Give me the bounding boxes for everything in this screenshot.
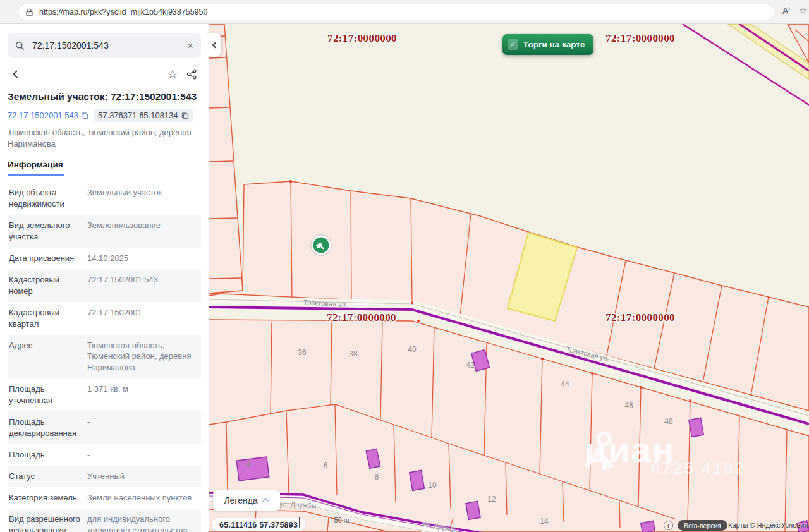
address-bar[interactable]: https://map.ru/pkk?ysclid=mjik1p54kj9387… <box>18 4 775 20</box>
info-row: Площадь- <box>8 444 201 466</box>
clear-search-icon[interactable]: × <box>187 40 193 51</box>
info-table: Вид объекта недвижимостиЗемельный участо… <box>8 182 201 532</box>
scale-bar: 50 m <box>299 517 384 528</box>
legend-button[interactable]: Легенда <box>213 490 280 511</box>
parcel-number: 10 <box>428 481 436 490</box>
info-row-label: Дата присвоения <box>9 253 82 264</box>
info-row-value: Землепользование <box>82 220 195 243</box>
info-row-value: Земельный участок <box>82 187 195 210</box>
info-row: Площадь декларированная- <box>8 411 201 444</box>
info-row-value: для индивидуального жилищного строительс… <box>82 514 195 532</box>
parcel-number: 12 <box>487 495 496 504</box>
auction-marker[interactable] <box>310 234 332 256</box>
map-canvas[interactable] <box>209 24 809 532</box>
beta-badge: Beta-версия <box>678 520 727 531</box>
terms-link[interactable]: Условия <box>781 521 808 529</box>
info-row-value: Учтенный <box>82 471 195 482</box>
page-title: Земельный участок: 72:17:1502001:543 <box>8 91 201 102</box>
info-row-label: Адрес <box>9 340 82 374</box>
coordinates-chip[interactable]: 57.376371 65.108134 <box>94 109 193 122</box>
cadastral-map[interactable]: 72:17:0000000 72:17:0000000 72:17:000000… <box>209 24 809 532</box>
object-address: Тюменская область, Тюменский район, дере… <box>8 127 201 149</box>
share-icon <box>186 69 197 80</box>
info-row-label: Категория земель <box>9 492 82 504</box>
collapse-panel-button[interactable] <box>209 33 221 57</box>
info-row-label: Площадь <box>9 449 82 461</box>
info-row: СтатусУчтенный <box>8 466 201 487</box>
parcel-number: 38 <box>349 349 357 358</box>
search-input[interactable] <box>31 40 187 51</box>
map-attribution[interactable]: Карты © Яндекс <box>728 521 781 529</box>
parcel-number: 44 <box>561 380 569 389</box>
info-row: Вид объекта недвижимостиЗемельный участо… <box>8 182 201 215</box>
info-row-label: Вид объекта недвижимости <box>9 187 82 210</box>
parcel-number: 46 <box>624 401 633 410</box>
info-row-label: Вид разрешенного использования <box>9 514 82 532</box>
parcel-number: 8 <box>375 473 379 481</box>
parcel-number: 40 <box>408 345 416 354</box>
read-aloud-icon[interactable]: A) <box>782 6 790 16</box>
quarter-label: 72:17:0000000 <box>327 311 396 324</box>
tab-information[interactable]: Информация <box>8 160 63 174</box>
parcel-number: 36 <box>298 348 306 357</box>
info-row-label: Кадастровый квартал <box>9 307 82 330</box>
parcel-number: 48 <box>664 417 672 426</box>
scale-label: 50 m <box>300 516 384 524</box>
info-row-label: Вид земельного участка <box>9 220 82 243</box>
info-row: Вид разрешенного использованиядля индиви… <box>8 509 201 532</box>
info-row-value: - <box>82 449 195 461</box>
back-button[interactable] <box>8 65 25 83</box>
share-button[interactable] <box>182 65 201 83</box>
screenshot-root: https://map.ru/pkk?ysclid=mjik1p54kj9387… <box>0 0 809 532</box>
info-row: Вид земельного участкаЗемлепользование <box>8 215 201 248</box>
info-row: Категория земельЗемли населенных пунктов <box>8 487 201 509</box>
info-row-label: Кадастровый номер <box>9 274 82 297</box>
check-icon: ✓ <box>508 39 518 50</box>
parcel-number: 6 <box>324 461 328 470</box>
lock-icon <box>25 8 33 16</box>
favorite-star-icon[interactable]: ☆ <box>799 5 807 16</box>
search-box[interactable]: × <box>8 33 201 58</box>
info-row: Кадастровый номер72:17:1502001:543 <box>8 269 201 302</box>
quarter-label: 72:17:0000000 <box>327 32 397 45</box>
parcel-number: 42 <box>466 361 474 370</box>
parcel-number: 4 <box>246 460 251 469</box>
torgi-na-karte-button[interactable]: ✓ Торги на карте <box>502 34 593 55</box>
copy-icon[interactable] <box>181 112 189 119</box>
info-row-label: Статус <box>9 471 82 482</box>
info-row: Дата присвоения14.10.2025 <box>8 248 201 269</box>
chevron-left-icon <box>13 70 21 78</box>
info-row-label: Площадь декларированная <box>9 416 82 439</box>
quarter-label: 72:17:0000000 <box>605 311 675 324</box>
info-row: АдресТюменская область, Тюменский район,… <box>8 335 201 379</box>
info-row-value: 1 371 кв. м <box>82 384 195 406</box>
copy-icon[interactable] <box>81 112 88 119</box>
browser-toolbar: https://map.ru/pkk?ysclid=mjik1p54kj9387… <box>0 0 809 24</box>
info-row-label: Площадь уточненная <box>9 384 82 406</box>
info-row-value: - <box>82 416 195 439</box>
chevron-up-icon <box>262 498 269 505</box>
active-tab-underline <box>8 174 64 176</box>
cursor-coordinates: 65.111416 57.375893 <box>212 518 305 531</box>
info-row: Площадь уточненная1 371 кв. м <box>8 378 201 411</box>
info-row-value: 72:17:1502001 <box>82 307 195 330</box>
search-icon <box>15 41 25 51</box>
info-row: Кадастровый квартал72:17:1502001 <box>8 302 201 335</box>
parcel-number: 14 <box>540 517 548 526</box>
chevron-left-icon <box>212 42 218 48</box>
info-row-value: 72:17:1502001:543 <box>82 274 195 297</box>
cadastral-number-link[interactable]: 72:17:1502001:543 <box>8 111 88 120</box>
info-row-value: 14.10.2025 <box>82 253 195 264</box>
info-row-value: Тюменская область, Тюменский район, дере… <box>82 340 195 374</box>
info-row-value: Земли населенных пунктов <box>82 492 195 504</box>
info-icon[interactable]: i <box>664 521 673 530</box>
favorite-button[interactable]: ☆ <box>163 65 182 83</box>
quarter-label: 72:17:0000000 <box>605 32 675 45</box>
info-panel: × ☆ Земельный участок: 72:17:1502001:543… <box>0 24 209 532</box>
url-text[interactable]: https://map.ru/pkk?ysclid=mjik1p54kj9387… <box>39 8 207 16</box>
star-icon: ☆ <box>167 67 178 82</box>
